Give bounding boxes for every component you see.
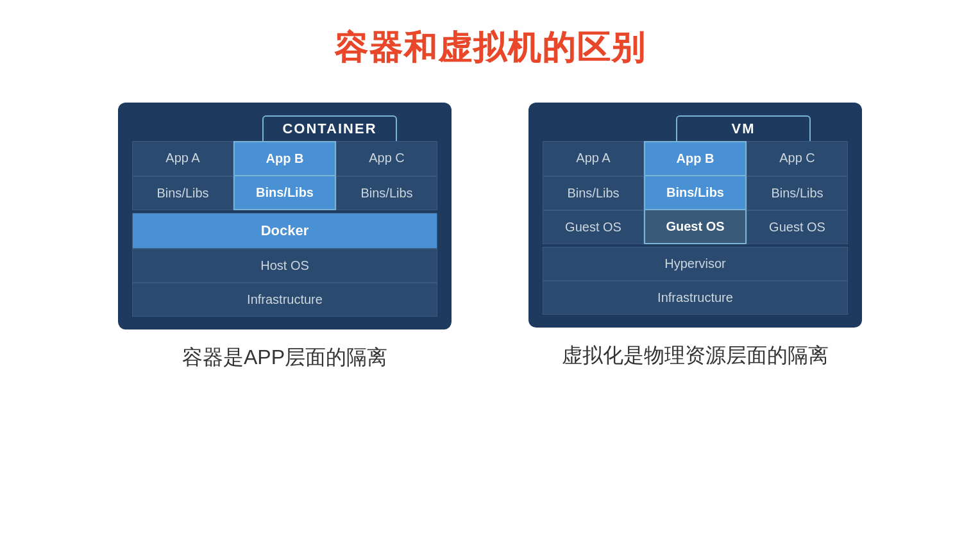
- container-diagram-box: CONTAINER App A App B App C Bins/Libs Bi…: [118, 103, 452, 329]
- vm-bins-c: Bins/Libs: [747, 176, 848, 210]
- vm-app-a: App A: [543, 141, 644, 176]
- vm-caption: 虚拟化是物理资源层面的隔离: [562, 342, 829, 370]
- vm-bins-b: Bins/Libs: [644, 176, 747, 210]
- vm-guest-os-row: Guest OS Guest OS Guest OS: [543, 210, 848, 244]
- container-infrastructure-row: Infrastructure: [132, 283, 437, 317]
- vm-apps-row: App A App B App C: [543, 141, 848, 176]
- vm-bins-a: Bins/Libs: [543, 176, 644, 210]
- vm-app-c: App C: [747, 141, 848, 176]
- container-bins-c: Bins/Libs: [336, 176, 437, 210]
- vm-guest-os-a: Guest OS: [543, 210, 644, 244]
- vm-guest-os-c: Guest OS: [747, 210, 848, 244]
- container-bins-b: Bins/Libs: [233, 176, 336, 210]
- vm-badge: VM: [676, 115, 811, 141]
- diagrams-row: CONTAINER App A App B App C Bins/Libs Bi…: [118, 103, 862, 372]
- container-label-row: CONTAINER: [132, 115, 437, 141]
- page-title: 容器和虚拟机的区别: [334, 26, 646, 71]
- vm-label-row: VM: [543, 115, 848, 141]
- container-bins-a: Bins/Libs: [132, 176, 233, 210]
- container-diagram-wrapper: CONTAINER App A App B App C Bins/Libs Bi…: [118, 103, 452, 372]
- vm-guest-os-b: Guest OS: [644, 210, 747, 244]
- container-app-c: App C: [336, 141, 437, 176]
- container-docker-row: Docker: [132, 213, 437, 249]
- container-caption: 容器是APP层面的隔离: [182, 344, 387, 372]
- vm-diagram-wrapper: VM App A App B App C Bins/Libs Bins/Libs…: [528, 103, 862, 370]
- container-bins-row: Bins/Libs Bins/Libs Bins/Libs: [132, 176, 437, 210]
- vm-app-b: App B: [644, 141, 747, 176]
- container-badge: CONTAINER: [262, 115, 397, 141]
- vm-infrastructure-row: Infrastructure: [543, 281, 848, 315]
- container-apps-row: App A App B App C: [132, 141, 437, 176]
- vm-bins-row: Bins/Libs Bins/Libs Bins/Libs: [543, 176, 848, 210]
- container-app-a: App A: [132, 141, 233, 176]
- vm-diagram-box: VM App A App B App C Bins/Libs Bins/Libs…: [528, 103, 862, 328]
- vm-hypervisor-row: Hypervisor: [543, 247, 848, 281]
- container-app-b: App B: [233, 141, 336, 176]
- container-host-os-row: Host OS: [132, 249, 437, 283]
